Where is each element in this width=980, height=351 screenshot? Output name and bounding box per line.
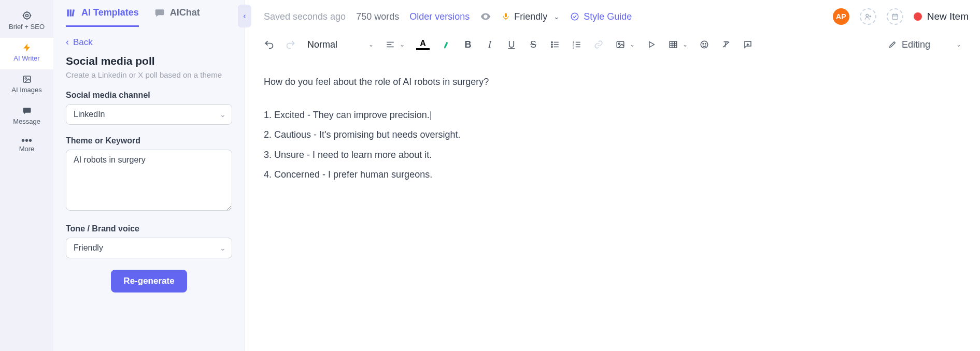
- strikethrough-button[interactable]: S: [528, 37, 538, 52]
- poll-option: Concerned - I prefer human surgeons.: [274, 166, 961, 183]
- chevron-left-icon: ‹: [66, 37, 69, 48]
- svg-point-11: [485, 16, 487, 18]
- panel-tabs: AI Templates AIChat: [53, 0, 245, 27]
- back-label: Back: [73, 37, 93, 48]
- svg-point-7: [25, 78, 26, 79]
- word-count: 750 words: [356, 11, 399, 22]
- eye-icon[interactable]: [480, 11, 491, 22]
- svg-point-0: [23, 12, 30, 19]
- calendar-icon: [891, 13, 899, 20]
- older-versions-link[interactable]: Older versions: [409, 11, 470, 22]
- paragraph-style-select[interactable]: Normal ⌄: [307, 39, 374, 50]
- user-plus-icon: [864, 13, 872, 20]
- redo-button[interactable]: [286, 37, 296, 52]
- svg-rect-37: [670, 41, 677, 48]
- record-dot-icon: [914, 12, 922, 21]
- comment-button[interactable]: [743, 37, 753, 52]
- insert-image-button[interactable]: [615, 37, 626, 52]
- emoji-button[interactable]: [699, 37, 709, 52]
- chevron-down-icon: ⌄: [956, 41, 961, 48]
- clear-formatting-button[interactable]: [721, 37, 731, 52]
- top-bar: Saved seconds ago 750 words Older versio…: [245, 0, 980, 35]
- rail-more[interactable]: ••• More: [0, 133, 53, 160]
- rail-brief-seo[interactable]: Brief + SEO: [0, 5, 53, 38]
- image-icon: [22, 75, 32, 84]
- rail-ai-images[interactable]: AI Images: [0, 69, 53, 101]
- tab-label: AIChat: [170, 7, 200, 18]
- add-collaborator-button[interactable]: [860, 8, 876, 25]
- target-icon: [22, 10, 32, 21]
- font-color-icon: A: [416, 39, 430, 50]
- back-link[interactable]: ‹ Back: [66, 37, 232, 48]
- svg-point-14: [866, 14, 869, 17]
- svg-rect-12: [505, 13, 507, 17]
- tab-aichat[interactable]: AIChat: [154, 7, 200, 27]
- style-guide-link[interactable]: Style Guide: [570, 11, 632, 22]
- svg-text:3: 3: [573, 46, 574, 49]
- poll-option: Excited - They can improve precision.: [274, 106, 961, 124]
- microphone-icon: [502, 11, 510, 22]
- ellipsis-icon: •••: [21, 138, 32, 143]
- svg-point-44: [705, 43, 706, 45]
- editing-mode-select[interactable]: Editing ⌄: [888, 39, 961, 50]
- svg-rect-9: [70, 9, 72, 16]
- rail-label: More: [19, 145, 35, 153]
- rail-label: Message: [13, 118, 40, 125]
- rail-label: Brief + SEO: [9, 23, 45, 31]
- tone-label: Friendly: [514, 11, 547, 22]
- chevron-down-icon[interactable]: ⌄: [630, 41, 635, 48]
- document-content[interactable]: How do you feel about the role of AI rob…: [245, 61, 980, 198]
- pencil-icon: [888, 40, 897, 49]
- rail-message[interactable]: Message: [0, 101, 53, 133]
- bold-button[interactable]: B: [463, 37, 473, 52]
- collapse-panel-button[interactable]: ‹: [238, 5, 251, 27]
- paragraph-style-label: Normal: [307, 39, 337, 50]
- channel-select[interactable]: [66, 104, 232, 125]
- link-button[interactable]: [593, 37, 604, 52]
- svg-point-24: [551, 46, 552, 47]
- rail-label: AI Images: [11, 86, 42, 94]
- panel-description: Create a Linkedin or X poll based on a t…: [66, 70, 232, 79]
- main-area: Saved seconds ago 750 words Older versio…: [245, 0, 980, 351]
- poll-options: Excited - They can improve precision. Ca…: [264, 106, 961, 183]
- italic-button[interactable]: I: [485, 37, 495, 52]
- chevron-down-icon[interactable]: ⌄: [400, 41, 405, 48]
- user-avatar[interactable]: AP: [833, 8, 849, 25]
- rail-ai-writer[interactable]: AI Writer: [0, 38, 53, 69]
- highlight-button[interactable]: [441, 37, 451, 52]
- bullet-list-button[interactable]: [550, 37, 560, 52]
- new-item-label: New Item: [927, 11, 969, 22]
- tone-select[interactable]: [66, 238, 232, 258]
- align-button[interactable]: [385, 37, 395, 52]
- undo-button[interactable]: [264, 37, 274, 52]
- svg-point-1: [25, 14, 28, 17]
- highlighter-icon: [440, 38, 452, 50]
- tab-ai-templates[interactable]: AI Templates: [66, 7, 139, 27]
- underline-button[interactable]: U: [506, 37, 517, 52]
- schedule-button[interactable]: [887, 8, 903, 25]
- panel-body: ‹ Back Social media poll Create a Linked…: [53, 27, 245, 305]
- theme-textarea[interactable]: [66, 150, 232, 211]
- numbered-list-button[interactable]: 123: [572, 37, 582, 52]
- poll-option: Cautious - It's promising but needs over…: [274, 126, 961, 143]
- editor-toolbar: Normal ⌄ ⌄ A B I U S 123: [245, 35, 980, 61]
- chevron-down-icon[interactable]: ⌄: [683, 41, 688, 48]
- new-item-button[interactable]: New Item: [914, 11, 969, 22]
- check-badge-icon: [570, 12, 579, 21]
- insert-video-button[interactable]: [646, 37, 657, 52]
- rail-label: AI Writer: [13, 54, 39, 62]
- svg-point-43: [703, 43, 704, 45]
- svg-point-42: [701, 41, 708, 48]
- left-rail: Brief + SEO AI Writer AI Images Message …: [0, 0, 53, 351]
- font-color-button[interactable]: A: [416, 37, 430, 52]
- tone-selector[interactable]: Friendly ⌄: [502, 11, 560, 22]
- poll-question: How do you feel about the role of AI rob…: [264, 73, 961, 91]
- theme-label: Theme or Keyword: [66, 136, 232, 145]
- channel-select-wrap: ⌄: [66, 104, 232, 125]
- chevron-left-icon: ‹: [243, 11, 246, 21]
- insert-table-button[interactable]: [668, 37, 678, 52]
- regenerate-button[interactable]: Re-generate: [111, 270, 187, 292]
- svg-marker-36: [649, 42, 654, 48]
- svg-rect-10: [72, 9, 75, 17]
- style-guide-label: Style Guide: [584, 11, 632, 22]
